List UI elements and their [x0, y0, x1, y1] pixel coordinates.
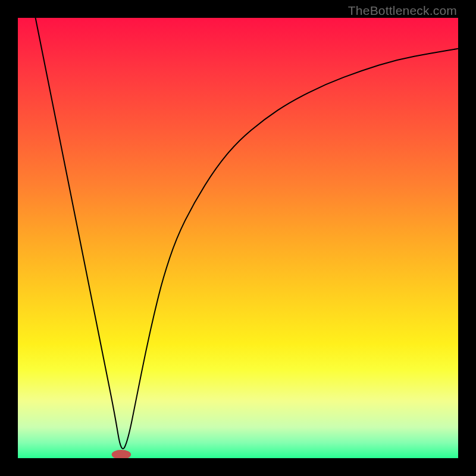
chart-frame: TheBottleneck.com — [0, 0, 476, 476]
bottleneck-chart — [18, 18, 458, 458]
plot-area — [18, 18, 458, 458]
heat-gradient-background — [18, 18, 458, 458]
watermark-label: TheBottleneck.com — [348, 4, 457, 18]
